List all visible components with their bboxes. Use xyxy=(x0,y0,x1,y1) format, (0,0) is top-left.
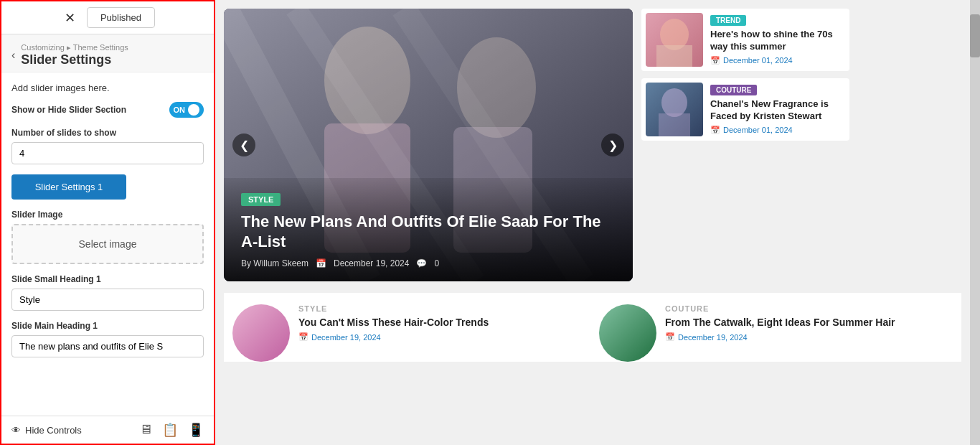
card-badge-0: TREND xyxy=(710,15,746,26)
bottom-card-category-1: COUTURE xyxy=(665,304,953,313)
hero-author: By Willum Skeem xyxy=(241,258,308,268)
bottom-card-1: COUTURE From The Catwalk, Eight Ideas Fo… xyxy=(599,304,953,362)
card-badge-1: COUTURE xyxy=(710,85,757,95)
toggle-knob xyxy=(188,104,199,116)
mobile-icon[interactable]: 📱 xyxy=(188,422,204,438)
main-heading-label: Slide Main Heading 1 xyxy=(11,321,204,331)
small-heading-input[interactable] xyxy=(11,289,204,311)
bottom-thumb-1 xyxy=(599,304,656,362)
top-bar: ✕ Published xyxy=(1,1,214,34)
card-title-0: Here's how to shine the 70s way this sum… xyxy=(710,29,845,53)
close-button[interactable]: ✕ xyxy=(60,9,80,27)
hide-controls-button[interactable]: 👁 Hide Controls xyxy=(11,425,82,436)
desktop-icon[interactable]: 🖥 xyxy=(139,422,152,438)
slider-settings-1-button[interactable]: Slider Settings 1 xyxy=(11,174,126,200)
card-image-0 xyxy=(646,13,703,67)
small-heading-block: Slide Small Heading 1 xyxy=(11,274,204,311)
published-button[interactable]: Published xyxy=(87,7,155,28)
top-row: STYLE The New Plans And Outfits Of Elie … xyxy=(224,9,961,281)
card-content-1: COUTURE Chanel's New Fragrance is Faced … xyxy=(710,83,845,136)
slider-image-label: Slider Image xyxy=(11,210,204,220)
slider-image-block: Slider Image Select image xyxy=(11,210,204,264)
panel-description: Add slider images here. xyxy=(11,83,204,93)
card-date-0: 📅 December 01, 2024 xyxy=(710,56,845,65)
panel-body: Add slider images here. Show or Hide Sli… xyxy=(1,72,214,416)
bottom-card-title-0: You Can't Miss These Hair-Color Trends xyxy=(298,316,586,329)
card-title-1: Chanel's New Fragrance is Faced by Krist… xyxy=(710,98,845,123)
comment-icon: 💬 xyxy=(416,258,427,268)
sidebar-card-0: TREND Here's how to shine the 70s way th… xyxy=(641,9,849,71)
hero-date: December 19, 2024 xyxy=(334,258,409,268)
svg-rect-10 xyxy=(656,45,692,67)
hero-comments: 0 xyxy=(434,258,439,268)
small-heading-label: Slide Small Heading 1 xyxy=(11,274,204,284)
calendar-icon-0: 📅 xyxy=(710,56,720,65)
eye-icon: 👁 xyxy=(11,425,21,436)
hero-meta: By Willum Skeem 📅 December 19, 2024 💬 0 xyxy=(241,258,616,268)
panel-header: ‹ Customizing ▸ Theme Settings Slider Se… xyxy=(1,34,214,72)
content-area: STYLE The New Plans And Outfits Of Elie … xyxy=(215,0,970,445)
hero-badge: STYLE xyxy=(241,193,281,206)
sidebar-cards: TREND Here's how to shine the 70s way th… xyxy=(641,9,849,281)
cal-icon-b0: 📅 xyxy=(298,332,308,342)
select-image-button[interactable]: Select image xyxy=(11,224,204,264)
calendar-icon-1: 📅 xyxy=(710,126,720,135)
show-hide-label: Show or Hide Slider Section xyxy=(11,105,126,115)
bottom-card-category-0: STYLE xyxy=(298,304,586,313)
panel-header-text: Customizing ▸ Theme Settings Slider Sett… xyxy=(21,43,128,67)
svg-point-12 xyxy=(661,88,687,117)
num-slides-label: Number of slides to show xyxy=(11,128,204,138)
toggle-label: ON xyxy=(174,106,186,114)
bottom-card-date-1: 📅 December 19, 2024 xyxy=(665,332,953,342)
bottom-card-date-0: 📅 December 19, 2024 xyxy=(298,332,586,342)
main-heading-input[interactable] xyxy=(11,335,204,357)
hide-controls-label: Hide Controls xyxy=(25,425,82,436)
panel-title: Slider Settings xyxy=(21,52,128,67)
scrollbar-thumb[interactable] xyxy=(970,14,980,57)
bottom-card-content-0: STYLE You Can't Miss These Hair-Color Tr… xyxy=(298,304,586,342)
main-heading-block: Slide Main Heading 1 xyxy=(11,321,204,357)
bottom-card-content-1: COUTURE From The Catwalk, Eight Ideas Fo… xyxy=(665,304,953,342)
slider-toggle[interactable]: ON xyxy=(169,102,204,118)
num-slides-input[interactable] xyxy=(11,142,204,164)
cal-icon-b1: 📅 xyxy=(665,332,675,342)
num-slides-block: Number of slides to show xyxy=(11,128,204,164)
sidebar-card-1: COUTURE Chanel's New Fragrance is Faced … xyxy=(641,78,849,141)
hero-title: The New Plans And Outfits Of Elie Saab F… xyxy=(241,212,616,253)
card-content-0: TREND Here's how to shine the 70s way th… xyxy=(710,13,845,67)
back-button[interactable]: ‹ xyxy=(11,49,15,62)
card-date-1: 📅 December 01, 2024 xyxy=(710,126,845,135)
bottom-card-0: STYLE You Can't Miss These Hair-Color Tr… xyxy=(232,304,586,362)
hero-slider: STYLE The New Plans And Outfits Of Elie … xyxy=(224,9,633,281)
calendar-icon: 📅 xyxy=(316,258,326,268)
show-hide-row: Show or Hide Slider Section ON xyxy=(11,102,204,118)
hero-prev-button[interactable]: ❮ xyxy=(232,134,255,156)
card-image-1 xyxy=(646,83,703,136)
breadcrumb: Customizing ▸ Theme Settings xyxy=(21,43,128,52)
svg-rect-13 xyxy=(659,113,690,136)
bottom-card-title-1: From The Catwalk, Eight Ideas For Summer… xyxy=(665,316,953,329)
scrollbar[interactable] xyxy=(970,0,980,445)
bottom-thumb-0 xyxy=(232,304,290,362)
left-panel: ✕ Published ‹ Customizing ▸ Theme Settin… xyxy=(0,0,215,445)
hero-overlay: STYLE The New Plans And Outfits Of Elie … xyxy=(224,178,633,281)
footer-icons: 🖥 📋 📱 xyxy=(139,422,204,438)
hero-next-button[interactable]: ❯ xyxy=(601,134,624,156)
right-area: STYLE The New Plans And Outfits Of Elie … xyxy=(215,0,980,445)
tablet-icon[interactable]: 📋 xyxy=(162,422,178,438)
panel-footer: 👁 Hide Controls 🖥 📋 📱 xyxy=(1,416,214,444)
bottom-section: STYLE You Can't Miss These Hair-Color Tr… xyxy=(224,293,961,362)
main-layout: STYLE The New Plans And Outfits Of Elie … xyxy=(215,0,970,445)
